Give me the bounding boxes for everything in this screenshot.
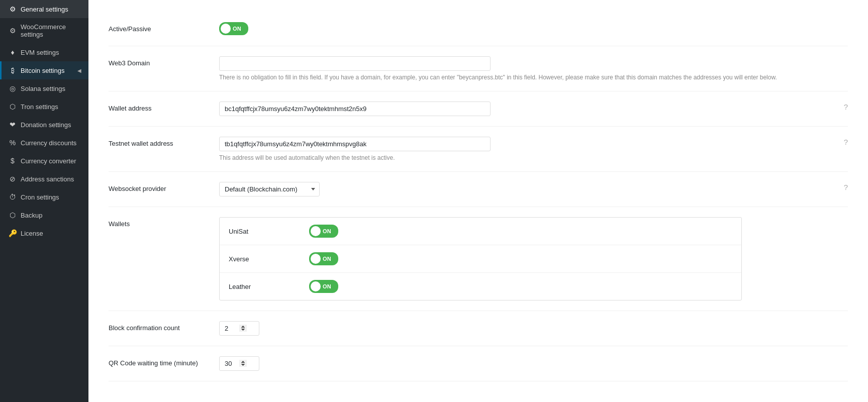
sidebar-arrow-bitcoin-settings: ◀ [77, 68, 81, 73]
settings-row-websocket-provider: Websocket providerDefault (Blockchain.co… [109, 172, 848, 207]
input-testnet-wallet-address[interactable] [219, 137, 491, 151]
sidebar-label-solana-settings: Solana settings [21, 85, 81, 92]
settings-control-qr-code-waiting-time [219, 356, 848, 371]
sidebar-label-currency-converter: Currency converter [21, 157, 81, 165]
settings-row-testnet-wallet-address: Testnet wallet addressThis address will … [109, 127, 848, 172]
sidebar-item-license[interactable]: 🔑 License [0, 224, 88, 242]
sidebar-item-backup[interactable]: ⬡ Backup [0, 206, 88, 224]
sidebar-item-evm-settings[interactable]: ♦ EVM settings [0, 43, 88, 61]
sidebar-label-cron-settings: Cron settings [21, 193, 81, 201]
wallet-toggle-label-xverse: ON [323, 256, 331, 262]
wallet-name-unisat: UniSat [229, 228, 309, 235]
settings-label-testnet-wallet-address: Testnet wallet address [109, 137, 219, 147]
sidebar-label-license: License [21, 230, 81, 237]
address-sanctions-icon: ⊘ [9, 175, 17, 183]
wallet-toggle-knob-unisat [311, 226, 321, 236]
wallet-toggle-leather[interactable]: ON [309, 280, 338, 293]
tron-settings-icon: ⬡ [9, 103, 17, 111]
settings-row-web3-domain: Web3 DomainThere is no obligation to fil… [109, 46, 848, 91]
sidebar-label-bitcoin-settings: Bitcoin settings [21, 67, 73, 74]
wallets-box: UniSat ON Xverse ON Leather ON [219, 217, 742, 300]
input-wallet-address[interactable] [219, 102, 491, 116]
toggle-knob-active-passive [221, 24, 231, 34]
sidebar-label-general-settings: General settings [21, 6, 81, 13]
sidebar-label-backup: Backup [21, 212, 81, 219]
bitcoin-settings-icon: ₿ [9, 66, 17, 74]
settings-row-wallet-address: Wallet address? [109, 91, 848, 127]
settings-row-qr-code-waiting-time: QR Code waiting time (minute) [109, 346, 848, 381]
sidebar-item-woocommerce-settings[interactable]: ⚙ WooCommerce settings [0, 18, 88, 43]
settings-control-block-confirmation-count [219, 321, 848, 336]
wallet-name-leather: Leather [229, 283, 309, 290]
sidebar-label-address-sanctions: Address sanctions [21, 175, 81, 183]
wallet-name-xverse: Xverse [229, 255, 309, 263]
sidebar-item-bitcoin-settings[interactable]: ₿ Bitcoin settings ◀ [0, 61, 88, 79]
sidebar-item-currency-converter[interactable]: $ Currency converter [0, 152, 88, 170]
wallet-toggle-label-leather: ON [323, 283, 331, 289]
toggle-label-active-passive: ON [233, 26, 241, 32]
evm-settings-icon: ♦ [9, 48, 17, 56]
select-websocket-provider[interactable]: Default (Blockchain.com) [219, 182, 320, 196]
solana-settings-icon: ◎ [9, 84, 17, 92]
settings-row-wallets: WalletsUniSat ON Xverse ON Leather ON [109, 207, 848, 311]
sidebar-item-donation-settings[interactable]: ❤ Donation settings [0, 116, 88, 134]
settings-label-qr-code-waiting-time: QR Code waiting time (minute) [109, 356, 219, 367]
sidebar-label-evm-settings: EVM settings [21, 49, 81, 56]
number-input-qr-code-waiting-time[interactable] [219, 356, 259, 371]
number-input-block-confirmation-count[interactable] [219, 321, 259, 336]
input-web3-domain[interactable] [219, 56, 491, 71]
cron-settings-icon: ⏱ [9, 193, 17, 201]
settings-control-websocket-provider: Default (Blockchain.com) [219, 182, 848, 196]
sidebar-item-tron-settings[interactable]: ⬡ Tron settings [0, 97, 88, 116]
sidebar-label-woocommerce-settings: WooCommerce settings [21, 23, 81, 38]
toggle-active-passive[interactable]: ON [219, 22, 248, 35]
license-icon: 🔑 [9, 229, 17, 237]
help-icon-wallet-address[interactable]: ? [844, 103, 848, 111]
settings-label-web3-domain: Web3 Domain [109, 56, 219, 67]
currency-discounts-icon: % [9, 139, 17, 147]
settings-control-web3-domain: There is no obligation to fill in this f… [219, 56, 848, 81]
settings-control-wallet-address [219, 102, 848, 116]
settings-row-active-passive: Active/Passive ON [109, 12, 848, 46]
hint-web3-domain: There is no obligation to fill in this f… [219, 74, 848, 81]
settings-row-block-confirmation-count: Block confirmation count [109, 311, 848, 346]
settings-label-websocket-provider: Websocket provider [109, 182, 219, 192]
sidebar-label-currency-discounts: Currency discounts [21, 139, 81, 147]
wallet-toggle-xverse[interactable]: ON [309, 252, 338, 265]
sidebar-item-currency-discounts[interactable]: % Currency discounts [0, 134, 88, 152]
wallet-toggle-knob-leather [311, 281, 321, 291]
help-icon-websocket-provider[interactable]: ? [844, 183, 848, 191]
woocommerce-settings-icon: ⚙ [9, 27, 17, 35]
currency-converter-icon: $ [9, 157, 17, 165]
general-settings-icon: ⚙ [9, 5, 17, 13]
settings-label-block-confirmation-count: Block confirmation count [109, 321, 219, 332]
sidebar: ⚙ General settings ⚙ WooCommerce setting… [0, 0, 88, 402]
settings-control-wallets: UniSat ON Xverse ON Leather ON [219, 217, 848, 300]
wallet-toggle-knob-xverse [311, 254, 321, 264]
sidebar-label-donation-settings: Donation settings [21, 121, 81, 129]
settings-label-active-passive: Active/Passive [109, 22, 219, 33]
wallet-row-unisat: UniSat ON [220, 218, 741, 245]
sidebar-item-general-settings[interactable]: ⚙ General settings [0, 0, 88, 18]
wallet-toggle-unisat[interactable]: ON [309, 225, 338, 238]
settings-control-testnet-wallet-address: This address will be used automatically … [219, 137, 848, 161]
hint-testnet-wallet-address: This address will be used automatically … [219, 154, 848, 161]
sidebar-label-tron-settings: Tron settings [21, 103, 81, 111]
wallet-row-xverse: Xverse ON [220, 245, 741, 273]
help-icon-testnet-wallet-address[interactable]: ? [844, 138, 848, 146]
main-content: Active/Passive ON Web3 DomainThere is no… [88, 0, 868, 402]
wallet-row-leather: Leather ON [220, 273, 741, 300]
settings-label-wallet-address: Wallet address [109, 102, 219, 112]
settings-control-active-passive: ON [219, 22, 848, 36]
backup-icon: ⬡ [9, 211, 17, 219]
sidebar-item-cron-settings[interactable]: ⏱ Cron settings [0, 188, 88, 206]
sidebar-item-address-sanctions[interactable]: ⊘ Address sanctions [0, 170, 88, 188]
sidebar-item-solana-settings[interactable]: ◎ Solana settings [0, 79, 88, 97]
wallet-toggle-label-unisat: ON [323, 228, 331, 234]
donation-settings-icon: ❤ [9, 121, 17, 129]
settings-label-wallets: Wallets [109, 217, 219, 228]
